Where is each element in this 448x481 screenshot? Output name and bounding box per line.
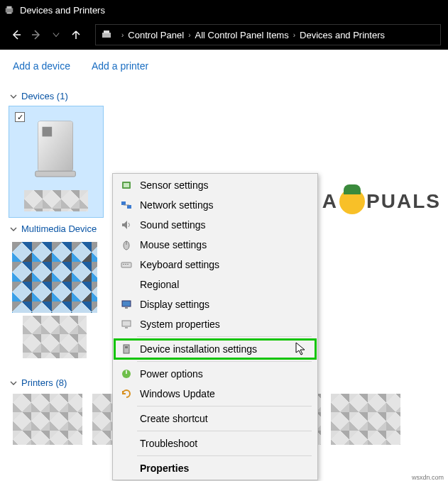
chevron-down-icon — [9, 378, 18, 388]
menu-device-installation-settings[interactable]: Device installation settings — [114, 339, 316, 359]
device-tile[interactable] — [9, 238, 101, 362]
menu-sensor-settings[interactable]: Sensor settings — [114, 175, 316, 195]
menu-label: Keyboard settings — [140, 259, 219, 270]
keyboard-icon — [119, 258, 134, 271]
devices-printers-icon — [4, 5, 14, 15]
svg-rect-6 — [104, 31, 109, 33]
menu-label: Display settings — [140, 299, 209, 310]
device-install-icon — [119, 343, 134, 355]
device-computer-icon — [12, 109, 100, 187]
svg-rect-1 — [7, 6, 12, 9]
command-bar: Add a device Add a printer — [0, 50, 448, 82]
svg-rect-18 — [121, 262, 131, 267]
printer-icon — [100, 28, 113, 41]
svg-rect-25 — [125, 327, 128, 328]
svg-rect-5 — [102, 33, 111, 38]
back-button[interactable] — [7, 26, 26, 44]
watermark-text: PUALS — [366, 190, 441, 213]
menu-keyboard-settings[interactable]: Keyboard settings — [114, 255, 316, 275]
blank-icon — [119, 437, 134, 450]
svg-rect-19 — [123, 264, 124, 265]
menu-label: Device installation settings — [140, 343, 257, 355]
svg-rect-10 — [35, 171, 76, 177]
breadcrumb-segment[interactable]: All Control Panel Items — [195, 30, 288, 40]
menu-label: Properties — [140, 463, 189, 474]
device-checkbox[interactable]: ✓ — [15, 112, 25, 122]
menu-label: Troubleshoot — [140, 438, 197, 449]
menu-label: Sensor settings — [140, 179, 209, 191]
display-icon — [119, 298, 134, 311]
add-printer-link[interactable]: Add a printer — [92, 60, 148, 72]
menu-separator — [137, 431, 312, 431]
menu-create-shortcut[interactable]: Create shortcut — [114, 409, 316, 429]
sound-icon — [119, 219, 134, 231]
svg-rect-9 — [43, 127, 53, 137]
menu-system-properties[interactable]: System properties — [114, 314, 316, 334]
network-icon — [119, 199, 134, 211]
window-title: Devices and Printers — [20, 5, 105, 16]
chevron-right-icon[interactable]: › — [293, 31, 295, 39]
menu-properties[interactable]: Properties — [114, 458, 316, 478]
mouse-icon — [119, 238, 134, 251]
svg-rect-12 — [124, 183, 129, 187]
navigation-bar: › Control Panel › All Control Panel Item… — [0, 20, 448, 50]
blank-icon — [119, 462, 134, 475]
section-multimedia-label: Multimedia Device — [21, 223, 97, 234]
context-menu: Sensor settings Network settings Sound s… — [112, 173, 318, 480]
menu-regional[interactable]: Regional — [114, 275, 316, 294]
menu-network-settings[interactable]: Network settings — [114, 195, 316, 215]
device-label — [12, 190, 100, 214]
section-devices-header[interactable]: Devices (1) — [9, 91, 439, 101]
system-icon — [119, 318, 134, 331]
section-printers-label: Printers (8) — [21, 377, 67, 388]
chevron-right-icon[interactable]: › — [121, 31, 124, 39]
svg-rect-0 — [6, 8, 13, 12]
svg-rect-2 — [7, 13, 12, 14]
device-label — [12, 316, 97, 358]
up-button[interactable] — [67, 26, 85, 44]
power-icon — [119, 367, 134, 380]
breadcrumb[interactable]: › Control Panel › All Control Panel Item… — [95, 24, 441, 45]
menu-label: Mouse settings — [140, 239, 207, 250]
chevron-right-icon[interactable]: › — [188, 31, 190, 39]
blank-icon — [119, 278, 134, 291]
breadcrumb-segment[interactable]: Control Panel — [128, 30, 184, 40]
menu-separator — [137, 361, 312, 362]
mascot-icon — [339, 189, 365, 214]
svg-rect-22 — [122, 301, 131, 306]
watermark: A PUALS — [322, 189, 441, 214]
sensor-icon — [119, 179, 134, 192]
device-multimedia-icon — [12, 242, 97, 313]
chevron-down-icon — [9, 224, 18, 234]
menu-label: Network settings — [140, 199, 213, 211]
device-tile[interactable]: ✓ — [9, 106, 104, 218]
blank-icon — [119, 412, 134, 425]
menu-label: Windows Update — [140, 388, 215, 399]
menu-power-options[interactable]: Power options — [114, 364, 316, 384]
menu-windows-update[interactable]: Windows Update — [114, 384, 316, 404]
menu-separator — [137, 336, 312, 337]
recent-locations-button[interactable] — [47, 26, 65, 44]
menu-sound-settings[interactable]: Sound settings — [114, 215, 316, 235]
menu-mouse-settings[interactable]: Mouse settings — [114, 235, 316, 255]
menu-display-settings[interactable]: Display settings — [114, 294, 316, 314]
printer-tile[interactable] — [331, 394, 400, 445]
menu-label: Sound settings — [140, 219, 206, 231]
printer-tile[interactable] — [13, 394, 82, 445]
add-device-link[interactable]: Add a device — [13, 60, 70, 72]
svg-rect-27 — [125, 346, 128, 348]
menu-separator — [137, 455, 312, 456]
chevron-down-icon — [9, 92, 18, 101]
menu-label: Power options — [140, 368, 203, 380]
svg-rect-24 — [122, 321, 131, 326]
breadcrumb-segment[interactable]: Devices and Printers — [300, 30, 385, 40]
svg-rect-14 — [127, 205, 131, 209]
forward-button[interactable] — [27, 26, 45, 44]
menu-separator — [137, 406, 312, 407]
watermark-text: A — [322, 190, 338, 213]
menu-label: System properties — [140, 319, 220, 330]
footer-watermark: wsxdn.com — [412, 474, 444, 481]
svg-rect-13 — [121, 201, 126, 205]
svg-rect-26 — [124, 345, 129, 353]
menu-troubleshoot[interactable]: Troubleshoot — [114, 433, 316, 453]
